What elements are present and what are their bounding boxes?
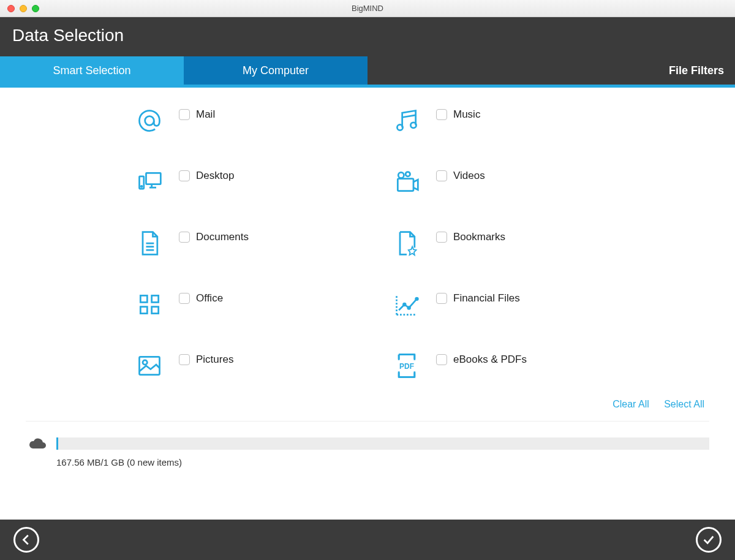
category-mail: Mail: [135, 106, 343, 135]
cloud-icon: [26, 436, 48, 451]
category-videos: Videos: [392, 167, 600, 197]
label-documents: Documents: [196, 231, 249, 243]
window-title: BigMIND: [0, 4, 735, 13]
clear-all-link[interactable]: Clear All: [612, 399, 649, 409]
storage-bar-fill: [56, 437, 58, 450]
select-all-link[interactable]: Select All: [664, 399, 704, 409]
confirm-button[interactable]: [696, 527, 722, 553]
category-pictures: Pictures: [135, 351, 343, 380]
back-button[interactable]: [13, 527, 39, 553]
label-mail: Mail: [196, 108, 215, 121]
office-icon: [135, 290, 164, 319]
pictures-icon: [135, 351, 164, 380]
svg-rect-6: [398, 179, 413, 191]
checkbox-music[interactable]: [436, 109, 447, 120]
checkbox-pictures[interactable]: [179, 354, 190, 365]
header: Data Selection Smart Selection My Comput…: [0, 17, 735, 85]
page-title: Data Selection: [0, 17, 735, 56]
checkbox-videos[interactable]: [436, 170, 447, 181]
pdf-icon: PDF: [392, 351, 421, 380]
desktop-icon: [135, 167, 164, 197]
svg-point-8: [405, 172, 410, 176]
category-office: Office: [135, 290, 343, 319]
label-financial: Financial Files: [453, 292, 520, 305]
category-financial: Financial Files: [392, 290, 600, 319]
content: Mail Music: [0, 88, 735, 480]
storage-text: 167.56 MB/1 GB (0 new items): [56, 457, 709, 467]
label-bookmarks: Bookmarks: [453, 231, 505, 243]
label-ebooks: eBooks & PDFs: [453, 354, 527, 366]
tabs-row: Smart Selection My Computer File Filters: [0, 56, 735, 85]
category-desktop: Desktop: [135, 167, 343, 197]
svg-point-13: [143, 360, 147, 365]
footer: [0, 520, 735, 560]
label-pictures: Pictures: [196, 354, 233, 366]
bookmarks-icon: [392, 229, 421, 258]
checkbox-financial[interactable]: [436, 293, 447, 304]
category-music: Music: [392, 106, 600, 135]
tab-my-computer[interactable]: My Computer: [184, 56, 368, 85]
svg-point-9: [404, 303, 406, 306]
category-grid: Mail Music: [135, 106, 600, 380]
videos-icon: [392, 167, 421, 197]
svg-point-10: [408, 307, 410, 309]
svg-point-11: [416, 298, 418, 300]
category-ebooks: PDF eBooks & PDFs: [392, 351, 600, 380]
checkbox-bookmarks[interactable]: [436, 232, 447, 243]
svg-point-5: [141, 186, 142, 187]
checkbox-documents[interactable]: [179, 232, 190, 243]
svg-point-7: [398, 172, 404, 178]
checkbox-mail[interactable]: [179, 109, 190, 120]
checkbox-desktop[interactable]: [179, 170, 190, 181]
storage-bar: [56, 437, 709, 450]
label-office: Office: [196, 292, 223, 305]
svg-point-0: [145, 116, 154, 126]
checkbox-ebooks[interactable]: [436, 354, 447, 365]
label-desktop: Desktop: [196, 170, 234, 182]
label-videos: Videos: [453, 170, 485, 182]
tab-file-filters[interactable]: File Filters: [658, 56, 735, 85]
financial-icon: [392, 290, 421, 319]
tab-spacer: [368, 56, 658, 85]
label-music: Music: [453, 108, 480, 121]
storage-section: 167.56 MB/1 GB (0 new items): [26, 421, 709, 474]
svg-rect-3: [146, 173, 161, 184]
music-icon: [392, 106, 421, 135]
tab-smart-selection[interactable]: Smart Selection: [0, 56, 184, 85]
category-documents: Documents: [135, 229, 343, 258]
mac-title-bar: BigMIND: [0, 0, 735, 17]
svg-text:PDF: PDF: [399, 362, 414, 371]
actions: Clear All Select All: [24, 399, 710, 421]
checkbox-office[interactable]: [179, 293, 190, 304]
svg-point-2: [410, 123, 416, 128]
document-icon: [135, 229, 164, 258]
at-icon: [135, 106, 164, 135]
category-bookmarks: Bookmarks: [392, 229, 600, 258]
